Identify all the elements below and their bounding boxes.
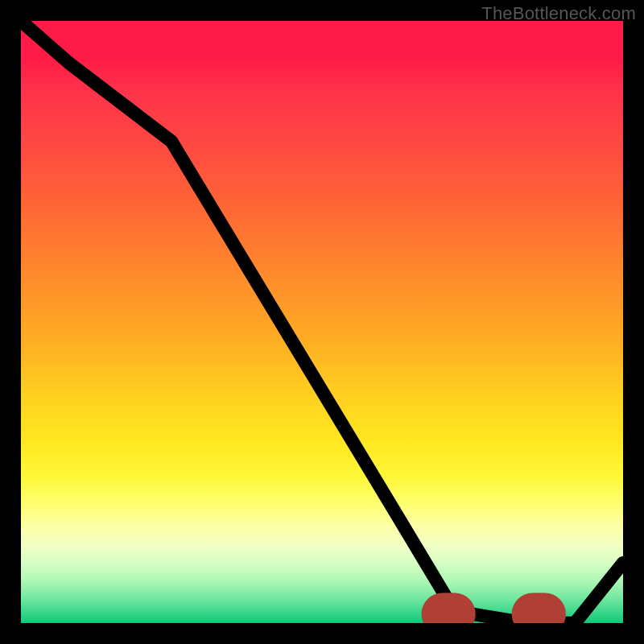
bottleneck-curve [21,21,623,623]
plot-area [21,21,623,623]
chart-canvas: TheBottleneck.com [0,0,644,644]
chart-svg [21,21,623,623]
